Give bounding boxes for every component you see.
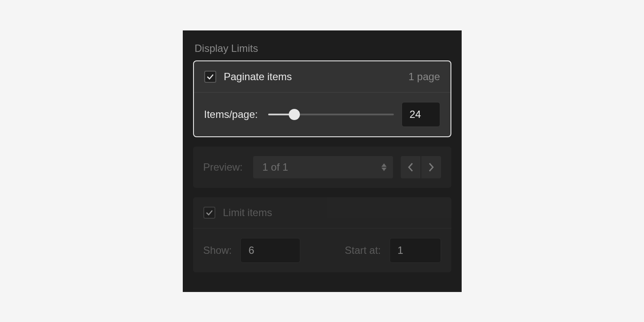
paginate-checkbox[interactable] <box>204 71 216 83</box>
limit-values-row: Show: 6 Start at: 1 <box>193 228 451 272</box>
items-per-page-label: Items/page: <box>204 108 258 120</box>
paginate-page-count: 1 page <box>408 71 440 83</box>
start-at-input[interactable]: 1 <box>390 238 441 263</box>
limit-label: Limit items <box>223 207 272 219</box>
limit-group: Limit items Show: 6 Start at: 1 <box>193 197 451 272</box>
preview-group: Preview: 1 of 1 <box>193 147 451 188</box>
preview-next-button[interactable] <box>421 156 441 178</box>
limit-checkbox[interactable] <box>203 207 215 219</box>
preview-prev-button[interactable] <box>401 156 420 178</box>
show-label: Show: <box>203 244 232 256</box>
preview-nav <box>401 156 441 178</box>
items-per-page-row: Items/page: 24 <box>194 92 450 136</box>
checkmark-icon <box>206 72 215 81</box>
preview-select[interactable]: 1 of 1 <box>253 156 393 178</box>
limit-header-row: Limit items <box>193 197 451 228</box>
svg-marker-1 <box>381 168 387 171</box>
preview-row: Preview: 1 of 1 <box>193 147 451 188</box>
section-title: Display Limits <box>193 42 451 54</box>
display-limits-panel: Display Limits Paginate items 1 page Ite… <box>183 30 462 292</box>
stepper-icon <box>381 163 387 172</box>
svg-marker-0 <box>381 163 387 167</box>
paginate-label: Paginate items <box>224 71 292 83</box>
items-per-page-input[interactable]: 24 <box>402 102 440 127</box>
chevron-left-icon <box>407 163 414 172</box>
paginate-group: Paginate items 1 page Items/page: 24 <box>193 60 451 137</box>
slider-thumb[interactable] <box>289 109 300 120</box>
preview-select-value: 1 of 1 <box>263 161 288 173</box>
checkmark-icon <box>205 208 214 217</box>
preview-label: Preview: <box>203 161 243 173</box>
paginate-header-row: Paginate items 1 page <box>194 61 450 92</box>
show-input[interactable]: 6 <box>240 238 300 263</box>
start-at-label: Start at: <box>345 244 381 256</box>
items-per-page-slider[interactable] <box>268 114 394 115</box>
chevron-right-icon <box>428 163 435 172</box>
